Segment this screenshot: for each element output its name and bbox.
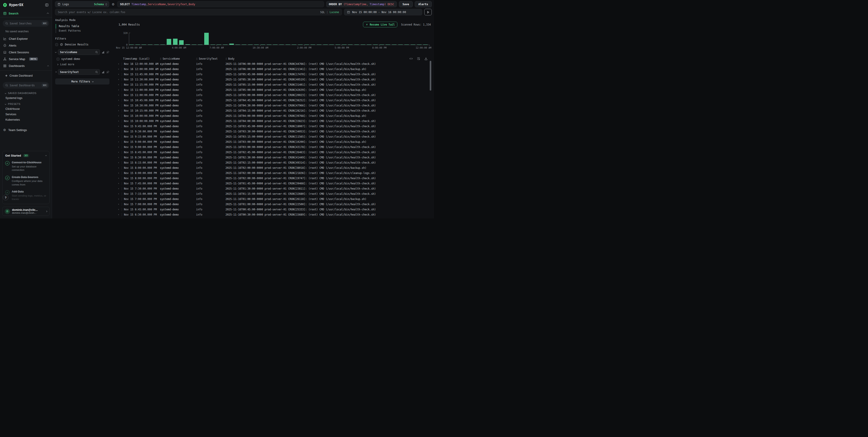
sidebar-item-team-settings[interactable]: ⚙ Team Settings <box>0 127 52 133</box>
facet-value-systemd-demo[interactable]: systemd-demo <box>57 57 110 61</box>
denoise-checkbox[interactable] <box>55 43 58 46</box>
drag-handle-icon[interactable] <box>160 58 161 60</box>
column-header-servicename[interactable]: ServiceName <box>160 57 196 60</box>
order-by-control[interactable]: ORDER BY (TimestampTime, Timestamp) DESC <box>326 1 397 7</box>
chart-bar <box>185 44 190 45</box>
facet-severitytext-search[interactable]: SeverityText <box>58 69 100 75</box>
log-row[interactable]: ›Nov 16 12:00:00.000 AMsystemd-demoinfo2… <box>116 61 432 66</box>
log-row[interactable]: ›Nov 15 7:30:00.000 PMsystemd-demoinfo20… <box>116 186 432 191</box>
date-range-picker[interactable]: 1 Nov 15 00:00:00 - Nov 16 00:00:00 <box>344 9 422 15</box>
log-row[interactable]: ›Nov 15 11:45:00.000 PMsystemd-demoinfo2… <box>116 72 432 77</box>
run-query-button[interactable] <box>424 9 432 15</box>
log-row[interactable]: ›Nov 15 8:30:00.000 PMsystemd-demoinfo20… <box>116 155 432 160</box>
log-row[interactable]: ›Nov 15 9:45:00.000 PMsystemd-demoinfo20… <box>116 124 432 129</box>
save-button[interactable]: Save <box>399 1 413 7</box>
column-header-timestamp[interactable]: Timestamp (Local) <box>123 57 160 60</box>
chart-plot[interactable] <box>129 33 430 45</box>
log-row[interactable]: ›Nov 15 7:00:00.000 PMsystemd-demoinfo20… <box>116 196 432 202</box>
log-row[interactable]: ›Nov 16 12:00:00.000 AMsystemd-demoinfo2… <box>116 66 432 72</box>
pin-icon[interactable] <box>106 70 110 74</box>
help-button[interactable]: ? <box>3 195 9 200</box>
drag-handle-icon[interactable] <box>225 58 227 60</box>
saved-searches-field[interactable] <box>10 22 40 25</box>
log-row[interactable]: ›Nov 15 8:15:00.000 PMsystemd-demoinfo20… <box>116 160 432 165</box>
saved-dashboards-input[interactable]: ⌘K <box>3 82 49 89</box>
alerts-button[interactable]: Alerts <box>415 1 432 7</box>
resume-live-tail-button[interactable]: Resume Live Tail <box>363 22 398 27</box>
user-profile[interactable]: D dominic.tran@clic... dominic.tran@clic… <box>2 207 50 216</box>
sidebar-item-service-map[interactable]: Service Map BETA <box>0 56 52 62</box>
log-row[interactable]: ›Nov 15 8:45:00.000 PMsystemd-demoinfo20… <box>116 149 432 155</box>
log-row[interactable]: ›Nov 15 6:30:00.000 PMsystemd-demoinfo20… <box>116 212 432 217</box>
query-language-toggle[interactable]: SQL | Lucene <box>320 11 339 14</box>
log-row[interactable]: ›Nov 15 11:00:00.000 PMsystemd-demoinfo2… <box>116 87 432 92</box>
log-row[interactable]: ›Nov 15 8:00:00.000 PMsystemd-demoinfo20… <box>116 170 432 175</box>
log-row[interactable]: ›Nov 15 10:00:00.000 PMsystemd-demoinfo2… <box>116 113 432 119</box>
log-row[interactable]: ›Nov 15 9:15:00.000 PMsystemd-demoinfo20… <box>116 134 432 139</box>
log-row[interactable]: ›Nov 15 7:00:00.000 PMsystemd-demoinfo20… <box>116 202 432 207</box>
sidebar-item-search[interactable]: Search <box>0 9 52 18</box>
denoise-results-toggle[interactable]: Denoise Results <box>55 43 110 46</box>
histogram-icon[interactable] <box>101 70 105 74</box>
facet-servicename-search[interactable]: ServiceName <box>58 49 100 55</box>
chart-bar <box>323 44 328 45</box>
more-filters-button[interactable]: More filters <box>55 78 110 85</box>
log-row[interactable]: ›Nov 15 6:45:00.000 PMsystemd-demoinfo20… <box>116 207 432 212</box>
create-dashboard-button[interactable]: Create Dashboard <box>0 72 52 79</box>
log-row[interactable]: ›Nov 15 11:15:00.000 PMsystemd-demoinfo2… <box>116 82 432 87</box>
log-row[interactable]: ›Nov 15 10:30:00.000 PMsystemd-demoinfo2… <box>116 103 432 108</box>
lang-sql[interactable]: SQL <box>320 11 325 14</box>
sidebar-item-chart-explorer[interactable]: Chart Explorer <box>0 35 52 42</box>
log-row[interactable]: ›Nov 15 8:00:00.000 PMsystemd-demoinfo20… <box>116 175 432 181</box>
load-more-button[interactable]: Load more <box>57 63 110 66</box>
column-header-body[interactable]: Body <box>225 57 411 60</box>
sidebar-item-alerts[interactable]: Alerts <box>0 42 52 49</box>
wrap-text-icon[interactable] <box>416 57 421 61</box>
log-row[interactable]: ›Nov 15 11:30:00.000 PMsystemd-demoinfo2… <box>116 77 432 82</box>
log-row[interactable]: ›Nov 15 7:45:00.000 PMsystemd-demoinfo20… <box>116 181 432 186</box>
chevron-right-icon[interactable] <box>55 71 57 73</box>
log-row[interactable]: ›Nov 15 7:15:00.000 PMsystemd-demoinfo20… <box>116 191 432 196</box>
log-row[interactable]: ›Nov 15 10:00:00.000 PMsystemd-demoinfo2… <box>116 119 432 124</box>
drag-handle-icon[interactable] <box>196 58 198 60</box>
chevron-down-icon[interactable] <box>55 51 57 53</box>
event-search-input[interactable] <box>58 11 318 14</box>
scrollbar-thumb[interactable] <box>430 61 431 91</box>
sidebar-item-dashboards[interactable]: Dashboards <box>0 62 52 69</box>
log-row[interactable]: ›Nov 15 9:30:00.000 PMsystemd-demoinfo20… <box>116 129 432 134</box>
presets-section-header[interactable]: PRESETS <box>0 101 52 106</box>
lang-lucene[interactable]: Lucene <box>330 11 339 14</box>
mode-event-patterns[interactable]: Event Patterns <box>56 29 110 33</box>
pin-icon[interactable] <box>106 51 110 54</box>
source-settings-gear-icon[interactable]: ⚙ <box>111 1 115 7</box>
mode-results-table[interactable]: Results Table <box>56 24 110 29</box>
log-row[interactable]: ›Nov 15 9:00:00.000 PMsystemd-demoinfo20… <box>116 144 432 149</box>
log-row[interactable]: ›Nov 15 6:15:00.000 PMsystemd-demoinfo20… <box>116 217 432 218</box>
chevron-up-icon[interactable] <box>45 155 47 157</box>
log-row[interactable]: ›Nov 15 10:15:00.000 PMsystemd-demoinfo2… <box>116 108 432 113</box>
saved-dashboards-section-header[interactable]: SAVED DASHBOARDS <box>0 90 52 95</box>
download-icon[interactable] <box>424 57 428 61</box>
histogram-icon[interactable] <box>101 51 105 54</box>
sidebar-item-client-sessions[interactable]: Client Sessions <box>0 49 52 56</box>
log-row[interactable]: ›Nov 15 9:00:00.000 PMsystemd-demoinfo20… <box>116 139 432 144</box>
select-query-input[interactable]: SELECT Timestamp,ServiceName,SeverityTex… <box>117 1 324 7</box>
code-view-icon[interactable] <box>409 57 413 61</box>
get-started-item[interactable]: Connect to ClickHouse Set up your databa… <box>5 160 46 172</box>
sidebar-item-kubernetes[interactable]: Kubernetes <box>0 117 52 123</box>
saved-searches-input[interactable]: ⌘K <box>3 20 49 27</box>
event-search-box[interactable]: SQL | Lucene <box>55 9 342 15</box>
log-row[interactable]: ›Nov 15 11:00:00.000 PMsystemd-demoinfo2… <box>116 92 432 98</box>
log-row[interactable]: ›Nov 15 10:45:00.000 PMsystemd-demoinfo2… <box>116 98 432 103</box>
get-started-item[interactable]: Create Data Sources Configure where your… <box>5 175 46 187</box>
saved-dashboards-field[interactable] <box>10 84 40 87</box>
source-select[interactable]: Logs Schema <box>55 1 109 7</box>
collapse-sidebar-icon[interactable] <box>44 3 49 7</box>
get-started-item[interactable]: Add Data Start sending logs, metrics, or… <box>5 189 46 201</box>
log-row[interactable]: ›Nov 15 8:00:00.000 PMsystemd-demoinfo20… <box>116 165 432 170</box>
sidebar-item-clickhouse[interactable]: ClickHouse <box>0 106 52 112</box>
sidebar-item-systemd-logs[interactable]: Systemd logs <box>0 95 52 101</box>
column-header-severitytext[interactable]: SeverityText <box>196 57 225 60</box>
facet-value-checkbox[interactable] <box>57 58 60 61</box>
sidebar-item-services[interactable]: Services <box>0 112 52 117</box>
